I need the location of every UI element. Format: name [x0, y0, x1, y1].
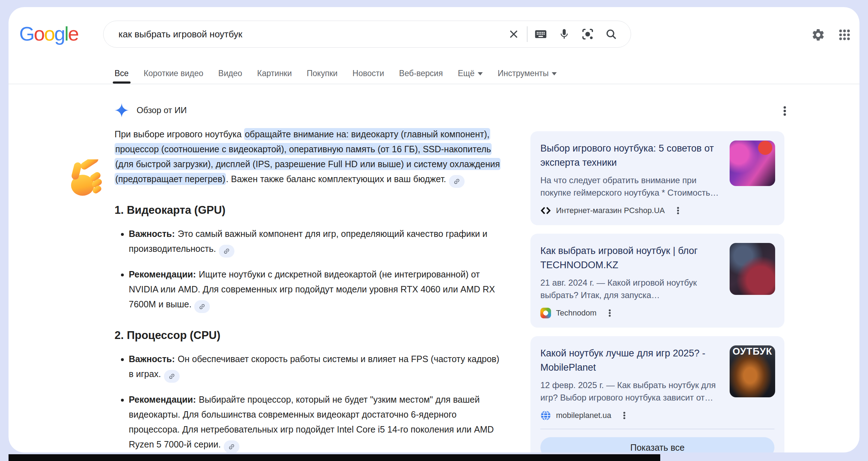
bullet-text: Это самый важный компонент для игр, опре… — [129, 229, 487, 254]
ai-sparkle-icon — [115, 103, 129, 117]
code-brackets-icon — [540, 205, 551, 216]
result-snippet: 21 авг. 2024 г. — Какой игровой ноутбук … — [540, 276, 720, 301]
result-thumbnail[interactable] — [730, 243, 775, 295]
keyboard-button[interactable] — [529, 23, 552, 45]
logo-letter: o — [44, 22, 54, 45]
result-title[interactable]: Как выбрать игровой ноутбук | блог TECHN… — [540, 244, 720, 272]
tab-label: Видео — [218, 69, 242, 78]
result-source-row: Technodom — [540, 308, 720, 318]
chevron-down-icon — [552, 72, 557, 75]
keyboard-icon — [534, 27, 547, 41]
logo-letter: G — [19, 22, 34, 45]
card-divider — [540, 429, 774, 429]
pointing-hand-emoji — [65, 159, 107, 201]
result-source-name: Technodom — [556, 308, 597, 318]
tab-videos[interactable]: Видео — [218, 63, 242, 84]
tab-more[interactable]: Ещё — [458, 63, 483, 84]
result-source-row: Интернет-магазин PCshop.UA — [540, 205, 720, 216]
logo-letter: o — [34, 22, 44, 45]
lens-icon — [581, 28, 594, 41]
section-heading-gpu: 1. Видеокарта (GPU) — [115, 203, 504, 217]
citation-link-button[interactable] — [164, 370, 180, 383]
result-card[interactable]: Как выбрать игровой ноутбук | блог TECHN… — [530, 234, 784, 328]
settings-button[interactable] — [809, 26, 827, 44]
list-item: Рекомендации:Выбирайте процессор, которы… — [129, 392, 504, 452]
citation-link-button[interactable] — [449, 175, 465, 188]
tab-web[interactable]: Веб-версия — [399, 63, 443, 84]
citation-link-button[interactable] — [219, 245, 234, 258]
citation-link-button[interactable] — [224, 440, 239, 452]
google-logo[interactable]: Google — [19, 23, 78, 44]
google-search-page: { "colors": { "page_bg": "#dbe1f8", "hig… — [0, 0, 868, 461]
search-bar[interactable]: как выбрать игровой ноутбук — [103, 21, 631, 48]
tab-short-videos[interactable]: Короткие видео — [144, 63, 203, 84]
technodom-icon — [540, 308, 551, 318]
result-type-tabs: Все Короткие видео Видео Картинки Покупк… — [115, 63, 557, 84]
apps-button[interactable] — [835, 26, 854, 44]
tabs-divider — [9, 84, 859, 84]
result-source-name: Интернет-магазин PCshop.UA — [556, 206, 665, 215]
clear-search-button[interactable] — [502, 23, 525, 45]
more-vertical-icon — [779, 105, 791, 117]
tab-shopping[interactable]: Покупки — [307, 63, 338, 84]
search-icon — [605, 28, 617, 40]
tab-tools[interactable]: Инструменты — [498, 63, 557, 84]
ai-overview-content: При выборе игрового ноутбука обращайте в… — [115, 127, 504, 452]
globe-icon — [540, 410, 551, 421]
bullet-label: Рекомендации: — [129, 269, 196, 279]
result-thumbnail[interactable] — [730, 141, 775, 186]
cpu-bullet-list: Важность:Он обеспечивает скорость работы… — [115, 351, 504, 452]
result-text: Выбор игрового ноутбука: 5 советов от эк… — [540, 141, 720, 216]
show-all-button[interactable]: Показать все — [540, 437, 774, 452]
intro-suffix: . Важен также баланс комплектующих и ваш… — [226, 174, 446, 184]
voice-search-button[interactable] — [552, 23, 576, 45]
tab-label: Картинки — [257, 69, 292, 78]
related-results-panel: Выбор игрового ноутбука: 5 советов от эк… — [530, 131, 784, 452]
search-input[interactable]: как выбрать игровой ноутбук — [118, 29, 502, 40]
search-bar-icons — [502, 23, 623, 45]
ai-overview-menu-button[interactable] — [778, 104, 792, 118]
tab-label: Веб-версия — [399, 69, 443, 78]
apps-grid-icon — [838, 28, 851, 42]
citation-link-button[interactable] — [194, 300, 210, 313]
tab-news[interactable]: Новости — [353, 63, 384, 84]
tab-label: Короткие видео — [144, 69, 203, 78]
gear-icon — [811, 28, 825, 42]
close-icon — [508, 28, 519, 40]
bullet-label: Важность: — [129, 354, 175, 364]
tab-label: Новости — [353, 69, 384, 78]
bullet-text: Он обеспечивает скорость работы системы … — [129, 354, 499, 379]
ai-overview-header: Обзор от ИИ — [115, 103, 187, 117]
result-title[interactable]: Выбор игрового ноутбука: 5 советов от эк… — [540, 141, 720, 170]
result-text: Какой ноутбук лучше для игр 2025? - Mobi… — [540, 346, 720, 421]
tab-label: Все — [115, 69, 129, 78]
result-menu-button[interactable] — [673, 206, 683, 215]
lens-search-button[interactable] — [576, 23, 599, 45]
tab-all[interactable]: Все — [115, 63, 129, 84]
thumbnail-overlay-text: ОУТБУК — [730, 345, 775, 357]
result-menu-button[interactable] — [605, 308, 614, 318]
result-thumbnail[interactable]: ОУТБУК — [730, 345, 775, 397]
bullet-label: Рекомендации: — [129, 394, 196, 404]
gpu-bullet-list: Важность:Это самый важный компонент для … — [115, 226, 504, 313]
tab-images[interactable]: Картинки — [257, 63, 292, 84]
result-snippet: На что следует обратить внимание при пок… — [540, 174, 720, 199]
main-results-card: Google как выбрать игровой ноутбук — [9, 7, 859, 452]
tab-label: Покупки — [307, 69, 338, 78]
tab-label: Инструменты — [498, 69, 549, 78]
list-item: Важность:Он обеспечивает скорость работы… — [129, 351, 504, 383]
result-menu-button[interactable] — [620, 411, 629, 420]
bullet-label: Важность: — [129, 229, 175, 239]
result-card[interactable]: Выбор игрового ноутбука: 5 советов от эк… — [530, 131, 784, 225]
cutoff-bottom-bar — [9, 454, 660, 461]
search-bar-divider — [527, 26, 528, 42]
list-item: Важность:Это самый важный компонент для … — [129, 226, 504, 258]
header-actions — [809, 26, 854, 44]
logo-letter: e — [68, 22, 78, 45]
list-item: Рекомендации:Ищите ноутбуки с дискретной… — [129, 267, 504, 313]
result-card[interactable]: Какой ноутбук лучше для игр 2025? - Mobi… — [530, 336, 784, 452]
result-title[interactable]: Какой ноутбук лучше для игр 2025? - Mobi… — [540, 346, 720, 375]
result-source-name: mobileplanet.ua — [556, 411, 611, 420]
logo-letter: l — [64, 22, 68, 45]
search-submit-button[interactable] — [599, 23, 623, 45]
